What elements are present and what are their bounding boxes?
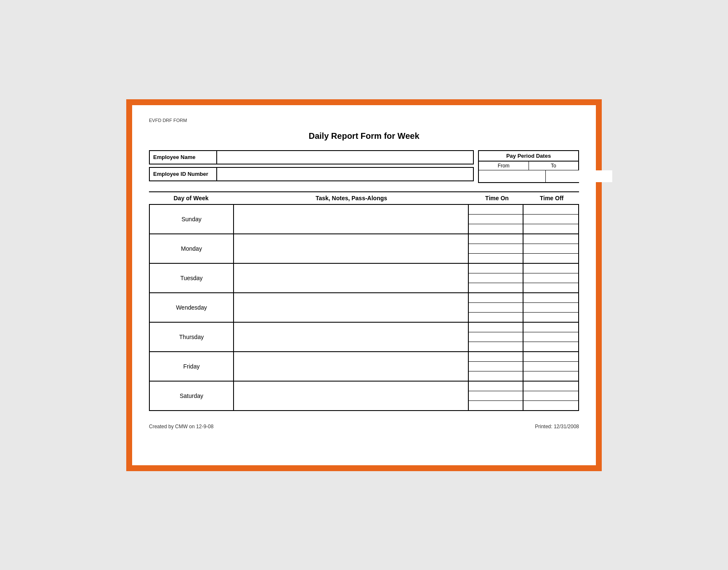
day-tasks-friday[interactable] (234, 352, 469, 381)
time-slot[interactable] (469, 401, 523, 410)
day-name-saturday: Saturday (150, 382, 234, 410)
time-slot[interactable] (523, 391, 578, 401)
day-row-saturday: Saturday (149, 381, 579, 411)
day-name-sunday: Sunday (150, 205, 234, 233)
time-slot[interactable] (523, 234, 578, 244)
col-header-timeon: Time On (470, 195, 524, 201)
time-slot[interactable] (523, 352, 578, 362)
time-slot[interactable] (469, 293, 523, 303)
day-timeon-tuesday (469, 264, 523, 292)
time-slot[interactable] (469, 303, 523, 313)
time-slot[interactable] (523, 332, 578, 342)
time-slot[interactable] (469, 342, 523, 351)
time-slot[interactable] (469, 254, 523, 263)
time-slot[interactable] (469, 205, 523, 215)
time-slot[interactable] (523, 224, 578, 233)
day-tasks-tuesday[interactable] (234, 264, 469, 292)
day-tasks-thursday[interactable] (234, 323, 469, 351)
day-row-thursday: Thursday (149, 322, 579, 352)
day-timeon-thursday (469, 323, 523, 351)
time-slot[interactable] (469, 224, 523, 233)
day-timeon-wednesday (469, 293, 523, 322)
day-tasks-monday[interactable] (234, 234, 469, 263)
pay-period-section: Pay Period Dates From To (478, 150, 579, 183)
time-slot[interactable] (523, 401, 578, 410)
time-slot[interactable] (469, 283, 523, 292)
grid-header: Day of Week Task, Notes, Pass-Alongs Tim… (149, 191, 579, 205)
time-slot[interactable] (469, 332, 523, 342)
time-slot[interactable] (523, 293, 578, 303)
day-name-friday: Friday (150, 352, 234, 381)
day-row-friday: Friday (149, 351, 579, 382)
day-timeoff-wednesday (523, 293, 578, 322)
employee-name-row: Employee Name (149, 150, 474, 164)
day-timeoff-sunday (523, 205, 578, 233)
time-slot[interactable] (469, 323, 523, 332)
day-tasks-wednesday[interactable] (234, 293, 469, 322)
time-slot[interactable] (523, 362, 578, 371)
day-name-wednesday: Wendesday (150, 293, 234, 322)
col-header-tasks: Task, Notes, Pass-Alongs (233, 195, 470, 201)
time-slot[interactable] (523, 273, 578, 283)
employee-id-input[interactable] (217, 168, 473, 180)
time-slot[interactable] (469, 264, 523, 273)
time-slot[interactable] (469, 371, 523, 381)
pay-to-input[interactable] (546, 170, 612, 182)
inner-border: EVFD DRF FORM Daily Report Form for Week… (130, 103, 598, 467)
day-row-tuesday: Tuesday (149, 263, 579, 293)
header-section: Employee Name Employee ID Number Pay Per… (149, 150, 579, 183)
time-slot[interactable] (523, 264, 578, 273)
day-timeoff-thursday (523, 323, 578, 351)
day-name-thursday: Thursday (150, 323, 234, 351)
day-row-sunday: Sunday (149, 204, 579, 234)
day-tasks-saturday[interactable] (234, 382, 469, 410)
time-slot[interactable] (523, 323, 578, 332)
time-slot[interactable] (469, 244, 523, 254)
col-header-timeoff: Time Off (524, 195, 579, 201)
time-slot[interactable] (523, 215, 578, 224)
time-slot[interactable] (469, 234, 523, 244)
outer-border: EVFD DRF FORM Daily Report Form for Week… (126, 99, 602, 471)
footer: Created by CMW on 12-9-08 Printed: 12/31… (149, 424, 579, 429)
footer-created: Created by CMW on 12-9-08 (149, 424, 213, 429)
day-timeon-friday (469, 352, 523, 381)
day-timeoff-monday (523, 234, 578, 263)
pay-from-to-row (479, 170, 578, 182)
time-slot[interactable] (523, 205, 578, 215)
time-slot[interactable] (523, 342, 578, 351)
page: EVFD DRF FORM Daily Report Form for Week… (132, 105, 596, 465)
day-row-wednesday: Wendesday (149, 292, 579, 323)
time-slot[interactable] (523, 303, 578, 313)
day-tasks-sunday[interactable] (234, 205, 469, 233)
day-timeoff-friday (523, 352, 578, 381)
time-slot[interactable] (523, 371, 578, 381)
col-header-day: Day of Week (149, 195, 233, 201)
time-slot[interactable] (523, 244, 578, 254)
pay-to-header: To (529, 162, 579, 170)
day-timeon-saturday (469, 382, 523, 410)
time-slot[interactable] (523, 382, 578, 391)
time-slot[interactable] (523, 283, 578, 292)
day-name-tuesday: Tuesday (150, 264, 234, 292)
time-slot[interactable] (469, 313, 523, 322)
employee-name-input[interactable] (217, 151, 473, 164)
day-row-monday: Monday (149, 233, 579, 264)
pay-from-header: From (479, 162, 529, 170)
day-name-monday: Monday (150, 234, 234, 263)
pay-period-title: Pay Period Dates (479, 151, 578, 162)
form-label: EVFD DRF FORM (149, 118, 579, 123)
pay-from-input[interactable] (479, 170, 546, 182)
time-slot[interactable] (469, 362, 523, 371)
employee-name-label: Employee Name (150, 151, 217, 164)
time-slot[interactable] (469, 382, 523, 391)
time-slot[interactable] (523, 254, 578, 263)
time-slot[interactable] (523, 313, 578, 322)
day-timeoff-saturday (523, 382, 578, 410)
time-slot[interactable] (469, 215, 523, 224)
day-timeon-monday (469, 234, 523, 263)
footer-printed: Printed: 12/31/2008 (535, 424, 579, 429)
time-slot[interactable] (469, 273, 523, 283)
main-title: Daily Report Form for Week (149, 131, 579, 141)
time-slot[interactable] (469, 391, 523, 401)
time-slot[interactable] (469, 352, 523, 362)
